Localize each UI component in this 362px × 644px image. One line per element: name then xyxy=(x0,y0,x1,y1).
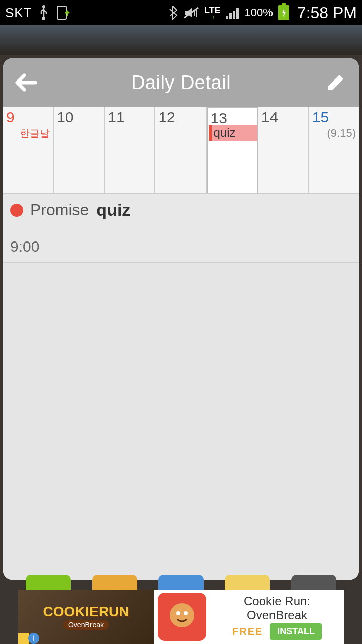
clock-time: 7:58 PM xyxy=(297,4,357,22)
svg-rect-10 xyxy=(236,8,239,19)
bluetooth-icon xyxy=(168,5,178,20)
day-cell-9[interactable]: 9 한글날 xyxy=(3,107,54,193)
event-time: 9:00 xyxy=(3,226,359,263)
network-lte-icon: LTE ↓↑ xyxy=(204,6,221,20)
ad-character-icon xyxy=(158,593,206,641)
day-cell-11[interactable]: 11 xyxy=(105,107,155,193)
event-name: quiz xyxy=(96,200,130,220)
install-button[interactable]: INSTALL xyxy=(270,623,322,640)
svg-rect-1 xyxy=(42,17,45,20)
ad-logo-main: COOKIERUN xyxy=(43,604,129,620)
event-category: Promise xyxy=(30,201,89,219)
wallpaper-strip xyxy=(0,25,362,55)
modal-title: Daily Detail xyxy=(38,72,324,94)
ad-banner[interactable]: COOKIERUN OvenBreak i Cookie Run: OvenBr… xyxy=(18,590,344,644)
ad-price-label: FREE xyxy=(232,626,263,637)
battery-pct: 100% xyxy=(245,6,273,19)
carrier-label: SKT xyxy=(5,5,32,21)
svg-rect-7 xyxy=(226,16,228,19)
day-cell-12[interactable]: 12 xyxy=(155,107,206,193)
sync-icon xyxy=(55,5,70,20)
day-lunar-label: (9.15) xyxy=(312,127,356,140)
back-button[interactable] xyxy=(14,70,38,95)
svg-point-0 xyxy=(42,5,45,8)
mute-icon xyxy=(183,6,199,20)
ad-title-line2: OvenBreak xyxy=(247,608,307,622)
event-detail-row[interactable]: Promise quiz xyxy=(3,194,359,226)
category-dot-icon xyxy=(10,204,23,217)
day-cell-10[interactable]: 10 xyxy=(54,107,105,193)
edit-button[interactable] xyxy=(324,70,348,95)
ad-artwork: COOKIERUN OvenBreak i xyxy=(18,590,154,644)
daily-detail-modal: Daily Detail 9 한글날 10 11 12 13 quiz 14 1… xyxy=(3,58,359,580)
modal-header: Daily Detail xyxy=(3,58,359,107)
ad-title-line1: Cookie Run: xyxy=(244,594,310,608)
usb-icon xyxy=(38,5,49,20)
day-event-tag: quiz xyxy=(209,125,257,141)
day-cell-14[interactable]: 14 xyxy=(258,107,309,193)
status-bar: SKT LTE ↓↑ 100% 7:58 PM xyxy=(0,0,362,25)
svg-point-13 xyxy=(184,611,188,615)
svg-point-12 xyxy=(176,611,180,615)
empty-content-area xyxy=(3,263,359,580)
adchoices-icon[interactable]: i xyxy=(18,633,39,644)
day-holiday-label: 한글날 xyxy=(6,127,50,140)
svg-point-11 xyxy=(170,603,194,627)
week-row: 9 한글날 10 11 12 13 quiz 14 15 (9.15) xyxy=(3,107,359,194)
svg-rect-8 xyxy=(229,13,232,19)
battery-icon xyxy=(278,5,289,20)
day-cell-13[interactable]: 13 quiz xyxy=(207,107,258,193)
signal-icon xyxy=(226,7,240,19)
svg-rect-9 xyxy=(233,11,235,19)
ad-logo-sub: OvenBreak xyxy=(63,620,109,630)
day-cell-15[interactable]: 15 (9.15) xyxy=(309,107,359,193)
